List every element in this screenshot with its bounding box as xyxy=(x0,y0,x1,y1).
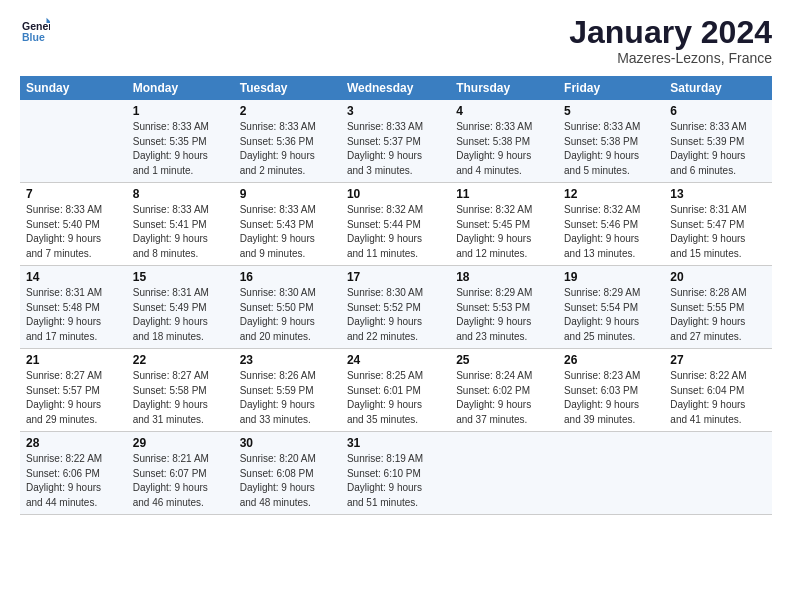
day-number: 11 xyxy=(456,187,552,201)
table-row: 21Sunrise: 8:27 AM Sunset: 5:57 PM Dayli… xyxy=(20,349,127,432)
day-info: Sunrise: 8:24 AM Sunset: 6:02 PM Dayligh… xyxy=(456,369,552,427)
day-info: Sunrise: 8:29 AM Sunset: 5:54 PM Dayligh… xyxy=(564,286,658,344)
table-row: 6Sunrise: 8:33 AM Sunset: 5:39 PM Daylig… xyxy=(664,100,772,183)
day-info: Sunrise: 8:22 AM Sunset: 6:04 PM Dayligh… xyxy=(670,369,766,427)
table-row: 9Sunrise: 8:33 AM Sunset: 5:43 PM Daylig… xyxy=(234,183,341,266)
day-number: 27 xyxy=(670,353,766,367)
day-info: Sunrise: 8:27 AM Sunset: 5:57 PM Dayligh… xyxy=(26,369,121,427)
table-row: 8Sunrise: 8:33 AM Sunset: 5:41 PM Daylig… xyxy=(127,183,234,266)
day-number: 14 xyxy=(26,270,121,284)
day-info: Sunrise: 8:33 AM Sunset: 5:37 PM Dayligh… xyxy=(347,120,444,178)
calendar-week-row: 14Sunrise: 8:31 AM Sunset: 5:48 PM Dayli… xyxy=(20,266,772,349)
table-row: 27Sunrise: 8:22 AM Sunset: 6:04 PM Dayli… xyxy=(664,349,772,432)
day-info: Sunrise: 8:27 AM Sunset: 5:58 PM Dayligh… xyxy=(133,369,228,427)
table-row: 14Sunrise: 8:31 AM Sunset: 5:48 PM Dayli… xyxy=(20,266,127,349)
table-row: 1Sunrise: 8:33 AM Sunset: 5:35 PM Daylig… xyxy=(127,100,234,183)
table-row: 7Sunrise: 8:33 AM Sunset: 5:40 PM Daylig… xyxy=(20,183,127,266)
table-row: 5Sunrise: 8:33 AM Sunset: 5:38 PM Daylig… xyxy=(558,100,664,183)
calendar-week-row: 28Sunrise: 8:22 AM Sunset: 6:06 PM Dayli… xyxy=(20,432,772,515)
day-info: Sunrise: 8:30 AM Sunset: 5:52 PM Dayligh… xyxy=(347,286,444,344)
table-row: 2Sunrise: 8:33 AM Sunset: 5:36 PM Daylig… xyxy=(234,100,341,183)
col-sunday: Sunday xyxy=(20,76,127,100)
day-number: 8 xyxy=(133,187,228,201)
day-info: Sunrise: 8:32 AM Sunset: 5:44 PM Dayligh… xyxy=(347,203,444,261)
table-row xyxy=(450,432,558,515)
table-row: 15Sunrise: 8:31 AM Sunset: 5:49 PM Dayli… xyxy=(127,266,234,349)
day-info: Sunrise: 8:32 AM Sunset: 5:45 PM Dayligh… xyxy=(456,203,552,261)
table-row: 16Sunrise: 8:30 AM Sunset: 5:50 PM Dayli… xyxy=(234,266,341,349)
table-row: 18Sunrise: 8:29 AM Sunset: 5:53 PM Dayli… xyxy=(450,266,558,349)
day-info: Sunrise: 8:33 AM Sunset: 5:38 PM Dayligh… xyxy=(564,120,658,178)
calendar-table: Sunday Monday Tuesday Wednesday Thursday… xyxy=(20,76,772,515)
table-row: 3Sunrise: 8:33 AM Sunset: 5:37 PM Daylig… xyxy=(341,100,450,183)
page: GeneralBlue January 2024 Mazeres-Lezons,… xyxy=(0,0,792,612)
day-number: 16 xyxy=(240,270,335,284)
day-number: 12 xyxy=(564,187,658,201)
table-row: 10Sunrise: 8:32 AM Sunset: 5:44 PM Dayli… xyxy=(341,183,450,266)
col-tuesday: Tuesday xyxy=(234,76,341,100)
day-info: Sunrise: 8:20 AM Sunset: 6:08 PM Dayligh… xyxy=(240,452,335,510)
day-number: 18 xyxy=(456,270,552,284)
table-row: 20Sunrise: 8:28 AM Sunset: 5:55 PM Dayli… xyxy=(664,266,772,349)
location: Mazeres-Lezons, France xyxy=(569,50,772,66)
col-monday: Monday xyxy=(127,76,234,100)
day-info: Sunrise: 8:33 AM Sunset: 5:43 PM Dayligh… xyxy=(240,203,335,261)
table-row: 23Sunrise: 8:26 AM Sunset: 5:59 PM Dayli… xyxy=(234,349,341,432)
title-block: January 2024 Mazeres-Lezons, France xyxy=(569,16,772,66)
table-row: 11Sunrise: 8:32 AM Sunset: 5:45 PM Dayli… xyxy=(450,183,558,266)
day-number: 22 xyxy=(133,353,228,367)
day-info: Sunrise: 8:29 AM Sunset: 5:53 PM Dayligh… xyxy=(456,286,552,344)
calendar-week-row: 7Sunrise: 8:33 AM Sunset: 5:40 PM Daylig… xyxy=(20,183,772,266)
logo-icon: GeneralBlue xyxy=(22,16,50,44)
day-info: Sunrise: 8:19 AM Sunset: 6:10 PM Dayligh… xyxy=(347,452,444,510)
table-row: 22Sunrise: 8:27 AM Sunset: 5:58 PM Dayli… xyxy=(127,349,234,432)
table-row: 17Sunrise: 8:30 AM Sunset: 5:52 PM Dayli… xyxy=(341,266,450,349)
logo: GeneralBlue xyxy=(20,16,50,48)
day-info: Sunrise: 8:33 AM Sunset: 5:38 PM Dayligh… xyxy=(456,120,552,178)
table-row: 29Sunrise: 8:21 AM Sunset: 6:07 PM Dayli… xyxy=(127,432,234,515)
table-row xyxy=(664,432,772,515)
day-info: Sunrise: 8:31 AM Sunset: 5:47 PM Dayligh… xyxy=(670,203,766,261)
day-number: 25 xyxy=(456,353,552,367)
day-number: 17 xyxy=(347,270,444,284)
month-title: January 2024 xyxy=(569,16,772,48)
table-row: 12Sunrise: 8:32 AM Sunset: 5:46 PM Dayli… xyxy=(558,183,664,266)
svg-text:Blue: Blue xyxy=(22,31,45,43)
day-number: 15 xyxy=(133,270,228,284)
table-row: 26Sunrise: 8:23 AM Sunset: 6:03 PM Dayli… xyxy=(558,349,664,432)
day-number: 28 xyxy=(26,436,121,450)
day-number: 24 xyxy=(347,353,444,367)
day-info: Sunrise: 8:33 AM Sunset: 5:40 PM Dayligh… xyxy=(26,203,121,261)
day-number: 1 xyxy=(133,104,228,118)
day-info: Sunrise: 8:30 AM Sunset: 5:50 PM Dayligh… xyxy=(240,286,335,344)
day-number: 7 xyxy=(26,187,121,201)
day-number: 23 xyxy=(240,353,335,367)
calendar-header-row: Sunday Monday Tuesday Wednesday Thursday… xyxy=(20,76,772,100)
day-number: 30 xyxy=(240,436,335,450)
table-row: 13Sunrise: 8:31 AM Sunset: 5:47 PM Dayli… xyxy=(664,183,772,266)
day-info: Sunrise: 8:31 AM Sunset: 5:48 PM Dayligh… xyxy=(26,286,121,344)
day-info: Sunrise: 8:32 AM Sunset: 5:46 PM Dayligh… xyxy=(564,203,658,261)
table-row: 19Sunrise: 8:29 AM Sunset: 5:54 PM Dayli… xyxy=(558,266,664,349)
col-friday: Friday xyxy=(558,76,664,100)
day-info: Sunrise: 8:22 AM Sunset: 6:06 PM Dayligh… xyxy=(26,452,121,510)
day-number: 31 xyxy=(347,436,444,450)
day-number: 9 xyxy=(240,187,335,201)
col-saturday: Saturday xyxy=(664,76,772,100)
table-row: 4Sunrise: 8:33 AM Sunset: 5:38 PM Daylig… xyxy=(450,100,558,183)
table-row: 31Sunrise: 8:19 AM Sunset: 6:10 PM Dayli… xyxy=(341,432,450,515)
day-number: 21 xyxy=(26,353,121,367)
table-row: 30Sunrise: 8:20 AM Sunset: 6:08 PM Dayli… xyxy=(234,432,341,515)
day-number: 2 xyxy=(240,104,335,118)
table-row: 28Sunrise: 8:22 AM Sunset: 6:06 PM Dayli… xyxy=(20,432,127,515)
day-info: Sunrise: 8:33 AM Sunset: 5:36 PM Dayligh… xyxy=(240,120,335,178)
day-info: Sunrise: 8:33 AM Sunset: 5:39 PM Dayligh… xyxy=(670,120,766,178)
table-row: 25Sunrise: 8:24 AM Sunset: 6:02 PM Dayli… xyxy=(450,349,558,432)
day-info: Sunrise: 8:33 AM Sunset: 5:41 PM Dayligh… xyxy=(133,203,228,261)
day-info: Sunrise: 8:28 AM Sunset: 5:55 PM Dayligh… xyxy=(670,286,766,344)
day-number: 10 xyxy=(347,187,444,201)
day-info: Sunrise: 8:23 AM Sunset: 6:03 PM Dayligh… xyxy=(564,369,658,427)
day-number: 13 xyxy=(670,187,766,201)
day-info: Sunrise: 8:26 AM Sunset: 5:59 PM Dayligh… xyxy=(240,369,335,427)
col-wednesday: Wednesday xyxy=(341,76,450,100)
